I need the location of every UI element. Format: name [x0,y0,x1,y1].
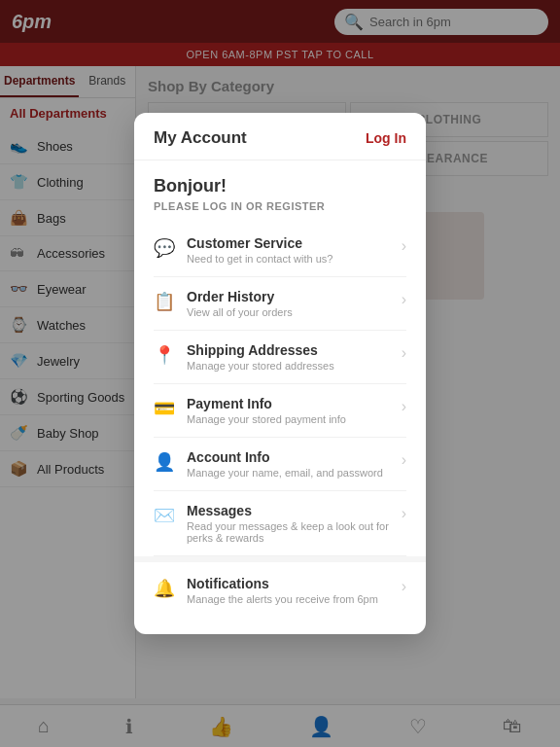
chevron-right-icon: › [402,505,406,522]
modal-overlay[interactable]: My Account Log In Bonjour! PLEASE LOG IN… [0,0,560,747]
order-history-text: Order History View all of your orders [187,289,390,318]
modal-title: My Account [154,128,247,148]
modal-header: My Account Log In [134,113,426,160]
notifications-item[interactable]: 🔔 Notifications Manage the alerts you re… [154,562,406,619]
chevron-right-icon: › [402,237,406,255]
order-history-icon: 📋 [154,291,175,312]
notifications-text: Notifications Manage the alerts you rece… [187,576,390,605]
messages-item[interactable]: ✉️ Messages Read your messages & keep a … [154,491,406,556]
payment-info-item[interactable]: 💳 Payment Info Manage your stored paymen… [154,384,406,438]
modal-greeting: Bonjour! [154,176,406,196]
payment-subtitle: Manage your stored payment info [187,413,390,425]
shipping-text: Shipping Addresses Manage your stored ad… [187,342,390,372]
messages-icon: ✉️ [154,505,175,526]
customer-service-subtitle: Need to get in contact with us? [187,253,390,265]
account-text: Account Info Manage your name, email, an… [187,449,390,479]
account-icon: 👤 [154,451,175,473]
modal-subtext: PLEASE LOG IN OR REGISTER [154,200,406,212]
shipping-subtitle: Manage your stored addresses [187,360,390,372]
order-history-item[interactable]: 📋 Order History View all of your orders … [154,277,406,331]
chevron-right-icon: › [402,451,406,469]
order-history-subtitle: View all of your orders [187,306,390,318]
shipping-title: Shipping Addresses [187,342,390,358]
modal-body: Bonjour! PLEASE LOG IN OR REGISTER 💬 Cus… [134,160,426,634]
chevron-right-icon: › [402,398,406,415]
payment-text: Payment Info Manage your stored payment … [187,396,390,425]
messages-title: Messages [187,503,390,518]
chevron-right-icon: › [402,291,406,308]
messages-text: Messages Read your messages & keep a loo… [187,503,390,544]
notifications-title: Notifications [187,576,390,591]
customer-service-item[interactable]: 💬 Customer Service Need to get in contac… [154,224,406,277]
account-title: Account Info [187,449,390,465]
notifications-icon: 🔔 [154,578,175,599]
customer-service-icon: 💬 [154,237,175,259]
payment-title: Payment Info [187,396,390,411]
order-history-title: Order History [187,289,390,304]
account-info-item[interactable]: 👤 Account Info Manage your name, email, … [154,438,406,491]
account-subtitle: Manage your name, email, and password [187,467,390,479]
login-button[interactable]: Log In [366,130,406,146]
messages-subtitle: Read your messages & keep a look out for… [187,520,390,544]
customer-service-text: Customer Service Need to get in contact … [187,235,390,265]
payment-icon: 💳 [154,398,175,419]
chevron-right-icon: › [402,344,406,362]
my-account-modal: My Account Log In Bonjour! PLEASE LOG IN… [134,113,426,634]
chevron-right-icon: › [402,578,406,595]
shipping-icon: 📍 [154,344,175,366]
notifications-subtitle: Manage the alerts you receive from 6pm [187,593,390,605]
customer-service-title: Customer Service [187,235,390,251]
shipping-addresses-item[interactable]: 📍 Shipping Addresses Manage your stored … [154,331,406,384]
